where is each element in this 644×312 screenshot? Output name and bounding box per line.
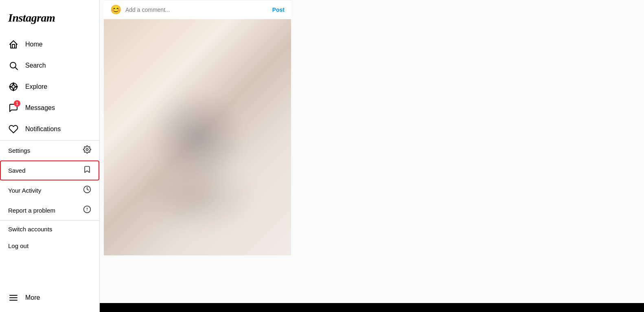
sidebar-item-saved[interactable]: Saved <box>0 160 99 180</box>
home-icon <box>8 39 19 50</box>
svg-line-1 <box>15 68 18 70</box>
saved-label: Saved <box>8 167 26 174</box>
more-button[interactable]: More <box>3 288 96 308</box>
sidebar-item-search-label: Search <box>25 62 46 69</box>
messages-badge: 1 <box>14 100 20 107</box>
svg-point-4 <box>86 149 88 151</box>
more-button-label: More <box>25 294 40 301</box>
sidebar-item-home-label: Home <box>25 41 43 48</box>
comment-input[interactable] <box>125 7 268 13</box>
sidebar-item-messages-label: Messages <box>25 104 55 112</box>
sidebar-item-report[interactable]: Report a problem <box>0 200 99 220</box>
sidebar-item-log-out[interactable]: Log out <box>0 237 99 254</box>
saved-icon <box>83 165 91 176</box>
explore-icon <box>8 81 19 92</box>
logo[interactable]: Instagram <box>0 0 99 31</box>
instagram-logo: Instagram <box>8 11 55 24</box>
sidebar-item-notifications-label: Notifications <box>25 125 61 133</box>
sidebar-item-search[interactable]: Search <box>3 55 96 76</box>
log-out-label: Log out <box>8 242 28 249</box>
messages-icon: 1 <box>8 103 19 113</box>
main-content: 😊 Post <box>100 0 644 312</box>
more-menu: Settings Saved Your A <box>0 140 99 220</box>
sidebar-item-notifications[interactable]: Notifications <box>3 119 96 139</box>
sidebar-item-explore[interactable]: Explore <box>3 77 96 97</box>
activity-icon <box>83 185 91 196</box>
report-icon <box>83 205 91 215</box>
sidebar: Instagram Home Search <box>0 0 100 312</box>
settings-label: Settings <box>8 147 30 154</box>
switch-accounts-label: Switch accounts <box>8 226 52 233</box>
search-icon <box>8 60 19 71</box>
hamburger-icon <box>8 292 19 303</box>
sidebar-item-home[interactable]: Home <box>3 34 96 55</box>
your-activity-label: Your Activity <box>8 187 41 194</box>
report-label: Report a problem <box>8 207 55 214</box>
post-container: 😊 Post <box>104 0 291 255</box>
sidebar-item-explore-label: Explore <box>25 83 47 90</box>
sidebar-item-messages[interactable]: 1 Messages <box>3 98 96 118</box>
sidebar-item-settings[interactable]: Settings <box>0 141 99 160</box>
more-section: Switch accounts Log out <box>0 220 99 254</box>
sidebar-item-your-activity[interactable]: Your Activity <box>0 180 99 200</box>
comment-input-row: 😊 Post <box>104 0 291 19</box>
settings-icon <box>83 145 91 156</box>
post-button[interactable]: Post <box>272 7 285 13</box>
emoji-button[interactable]: 😊 <box>110 4 121 15</box>
notifications-icon <box>8 124 19 134</box>
sidebar-nav: Home Search Explore <box>0 34 99 284</box>
post-image <box>104 19 291 255</box>
sidebar-bottom: More <box>0 284 99 312</box>
sidebar-item-switch-accounts[interactable]: Switch accounts <box>0 221 99 237</box>
